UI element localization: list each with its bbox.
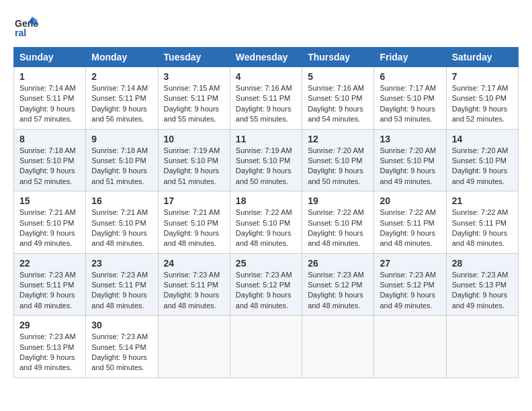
day-info: Sunrise: 7:23 AMSunset: 5:12 PMDaylight:… <box>380 271 436 310</box>
calendar-table: SundayMondayTuesdayWednesdayThursdayFrid… <box>13 47 519 378</box>
calendar-cell: 29 Sunrise: 7:23 AMSunset: 5:13 PMDaylig… <box>14 316 86 378</box>
day-info: Sunrise: 7:15 AMSunset: 5:11 PMDaylight:… <box>164 84 220 123</box>
day-info: Sunrise: 7:14 AMSunset: 5:11 PMDaylight:… <box>91 84 148 123</box>
day-number: 16 <box>91 195 152 206</box>
day-info: Sunrise: 7:21 AMSunset: 5:10 PMDaylight:… <box>91 208 148 247</box>
day-number: 8 <box>19 134 80 144</box>
day-info: Sunrise: 7:19 AMSunset: 5:10 PMDaylight:… <box>164 146 220 185</box>
day-info: Sunrise: 7:22 AMSunset: 5:11 PMDaylight:… <box>380 208 436 247</box>
day-number: 14 <box>452 134 513 144</box>
calendar-cell: 2 Sunrise: 7:14 AMSunset: 5:11 PMDayligh… <box>86 67 158 130</box>
day-info: Sunrise: 7:22 AMSunset: 5:11 PMDaylight:… <box>452 208 508 247</box>
day-info: Sunrise: 7:16 AMSunset: 5:10 PMDaylight:… <box>308 84 364 123</box>
day-info: Sunrise: 7:21 AMSunset: 5:10 PMDaylight:… <box>19 208 76 247</box>
day-info: Sunrise: 7:23 AMSunset: 5:11 PMDaylight:… <box>91 271 148 310</box>
day-info: Sunrise: 7:16 AMSunset: 5:11 PMDaylight:… <box>236 84 292 123</box>
header: Gene ral <box>13 13 519 40</box>
calendar-cell: 17 Sunrise: 7:21 AMSunset: 5:10 PMDaylig… <box>158 191 230 254</box>
calendar-header-wednesday: Wednesday <box>230 48 302 67</box>
day-info: Sunrise: 7:21 AMSunset: 5:10 PMDaylight:… <box>164 208 220 247</box>
day-number: 28 <box>452 258 513 269</box>
day-number: 11 <box>236 134 296 144</box>
calendar-cell: 14 Sunrise: 7:20 AMSunset: 5:10 PMDaylig… <box>446 129 518 191</box>
day-number: 15 <box>19 195 80 206</box>
calendar-cell: 30 Sunrise: 7:23 AMSunset: 5:14 PMDaylig… <box>86 316 158 378</box>
day-info: Sunrise: 7:22 AMSunset: 5:10 PMDaylight:… <box>236 208 292 247</box>
calendar-header-friday: Friday <box>374 48 446 67</box>
day-number: 24 <box>164 258 224 269</box>
calendar-week-5: 29 Sunrise: 7:23 AMSunset: 5:13 PMDaylig… <box>14 316 519 378</box>
day-number: 2 <box>91 71 152 82</box>
calendar-cell: 9 Sunrise: 7:18 AMSunset: 5:10 PMDayligh… <box>86 129 158 191</box>
calendar-cell <box>446 316 518 378</box>
day-info: Sunrise: 7:23 AMSunset: 5:14 PMDaylight:… <box>91 332 148 371</box>
day-info: Sunrise: 7:23 AMSunset: 5:11 PMDaylight:… <box>164 271 220 310</box>
calendar-cell: 15 Sunrise: 7:21 AMSunset: 5:10 PMDaylig… <box>14 191 86 254</box>
calendar-cell <box>302 316 374 378</box>
day-number: 1 <box>19 71 80 82</box>
calendar-cell: 12 Sunrise: 7:20 AMSunset: 5:10 PMDaylig… <box>302 129 374 191</box>
calendar-week-2: 8 Sunrise: 7:18 AMSunset: 5:10 PMDayligh… <box>14 129 519 191</box>
day-info: Sunrise: 7:17 AMSunset: 5:10 PMDaylight:… <box>380 84 436 123</box>
day-number: 7 <box>452 71 513 82</box>
calendar-cell <box>230 316 302 378</box>
calendar-cell: 19 Sunrise: 7:22 AMSunset: 5:10 PMDaylig… <box>302 191 374 254</box>
day-number: 9 <box>91 134 152 144</box>
day-number: 22 <box>19 258 80 269</box>
calendar-cell: 4 Sunrise: 7:16 AMSunset: 5:11 PMDayligh… <box>230 67 302 130</box>
calendar-cell: 8 Sunrise: 7:18 AMSunset: 5:10 PMDayligh… <box>14 129 86 191</box>
calendar-cell: 26 Sunrise: 7:23 AMSunset: 5:12 PMDaylig… <box>302 253 374 316</box>
day-info: Sunrise: 7:20 AMSunset: 5:10 PMDaylight:… <box>452 146 508 185</box>
day-number: 3 <box>164 71 224 82</box>
day-number: 26 <box>308 258 368 269</box>
day-number: 10 <box>164 134 224 144</box>
calendar-cell: 1 Sunrise: 7:14 AMSunset: 5:11 PMDayligh… <box>14 67 86 130</box>
day-number: 23 <box>91 258 152 269</box>
day-info: Sunrise: 7:14 AMSunset: 5:11 PMDaylight:… <box>19 84 76 123</box>
day-number: 13 <box>380 134 440 144</box>
day-info: Sunrise: 7:22 AMSunset: 5:10 PMDaylight:… <box>308 208 364 247</box>
calendar-cell: 28 Sunrise: 7:23 AMSunset: 5:13 PMDaylig… <box>446 253 518 316</box>
day-number: 19 <box>308 195 368 206</box>
day-info: Sunrise: 7:23 AMSunset: 5:12 PMDaylight:… <box>308 271 364 310</box>
calendar-cell <box>158 316 230 378</box>
day-info: Sunrise: 7:20 AMSunset: 5:10 PMDaylight:… <box>380 146 436 185</box>
calendar-header-saturday: Saturday <box>446 48 518 67</box>
calendar-header-monday: Monday <box>86 48 158 67</box>
day-info: Sunrise: 7:18 AMSunset: 5:10 PMDaylight:… <box>19 146 76 185</box>
svg-text:ral: ral <box>15 28 26 38</box>
calendar-header-tuesday: Tuesday <box>158 48 230 67</box>
day-info: Sunrise: 7:19 AMSunset: 5:10 PMDaylight:… <box>236 146 292 185</box>
day-info: Sunrise: 7:20 AMSunset: 5:10 PMDaylight:… <box>308 146 364 185</box>
calendar-week-4: 22 Sunrise: 7:23 AMSunset: 5:11 PMDaylig… <box>14 253 519 316</box>
day-number: 29 <box>19 320 80 330</box>
day-number: 18 <box>236 195 296 206</box>
day-number: 17 <box>164 195 224 206</box>
day-info: Sunrise: 7:23 AMSunset: 5:12 PMDaylight:… <box>236 271 292 310</box>
calendar-cell: 18 Sunrise: 7:22 AMSunset: 5:10 PMDaylig… <box>230 191 302 254</box>
day-number: 4 <box>236 71 296 82</box>
calendar-header-row: SundayMondayTuesdayWednesdayThursdayFrid… <box>14 48 519 67</box>
calendar-cell: 20 Sunrise: 7:22 AMSunset: 5:11 PMDaylig… <box>374 191 446 254</box>
day-number: 12 <box>308 134 368 144</box>
day-info: Sunrise: 7:18 AMSunset: 5:10 PMDaylight:… <box>91 146 148 185</box>
day-number: 30 <box>91 320 152 330</box>
logo-icon: Gene ral <box>13 13 40 40</box>
logo: Gene ral <box>13 13 43 40</box>
calendar-cell: 10 Sunrise: 7:19 AMSunset: 5:10 PMDaylig… <box>158 129 230 191</box>
day-number: 5 <box>308 71 368 82</box>
day-info: Sunrise: 7:23 AMSunset: 5:13 PMDaylight:… <box>452 271 508 310</box>
calendar-week-3: 15 Sunrise: 7:21 AMSunset: 5:10 PMDaylig… <box>14 191 519 254</box>
calendar-cell: 16 Sunrise: 7:21 AMSunset: 5:10 PMDaylig… <box>86 191 158 254</box>
day-info: Sunrise: 7:23 AMSunset: 5:13 PMDaylight:… <box>19 332 76 371</box>
day-number: 25 <box>236 258 296 269</box>
day-info: Sunrise: 7:23 AMSunset: 5:11 PMDaylight:… <box>19 271 76 310</box>
calendar-header-thursday: Thursday <box>302 48 374 67</box>
calendar-cell: 11 Sunrise: 7:19 AMSunset: 5:10 PMDaylig… <box>230 129 302 191</box>
calendar-cell: 25 Sunrise: 7:23 AMSunset: 5:12 PMDaylig… <box>230 253 302 316</box>
calendar-week-1: 1 Sunrise: 7:14 AMSunset: 5:11 PMDayligh… <box>14 67 519 130</box>
calendar-cell: 21 Sunrise: 7:22 AMSunset: 5:11 PMDaylig… <box>446 191 518 254</box>
calendar-header-sunday: Sunday <box>14 48 86 67</box>
calendar-cell: 22 Sunrise: 7:23 AMSunset: 5:11 PMDaylig… <box>14 253 86 316</box>
day-info: Sunrise: 7:17 AMSunset: 5:10 PMDaylight:… <box>452 84 508 123</box>
